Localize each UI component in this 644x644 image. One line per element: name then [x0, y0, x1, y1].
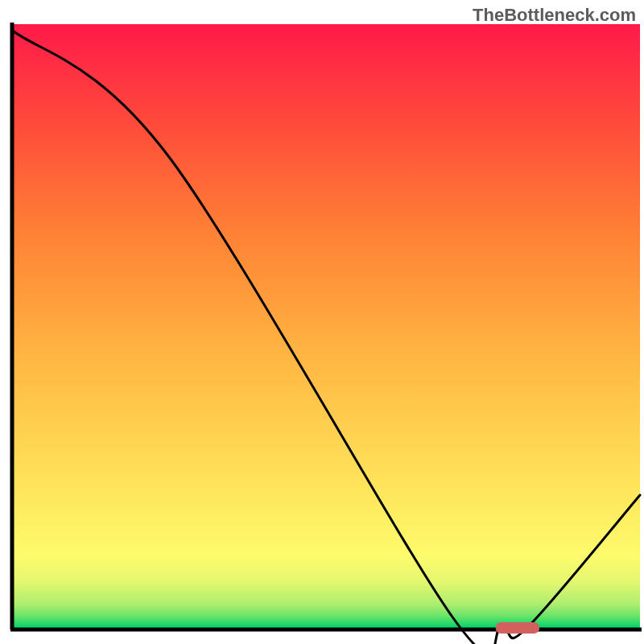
- chart-container: { "watermark": "TheBottleneck.com", "cha…: [0, 0, 644, 644]
- bottleneck-chart: [0, 0, 644, 644]
- target-marker: [496, 622, 540, 634]
- plot-background: [12, 24, 640, 628]
